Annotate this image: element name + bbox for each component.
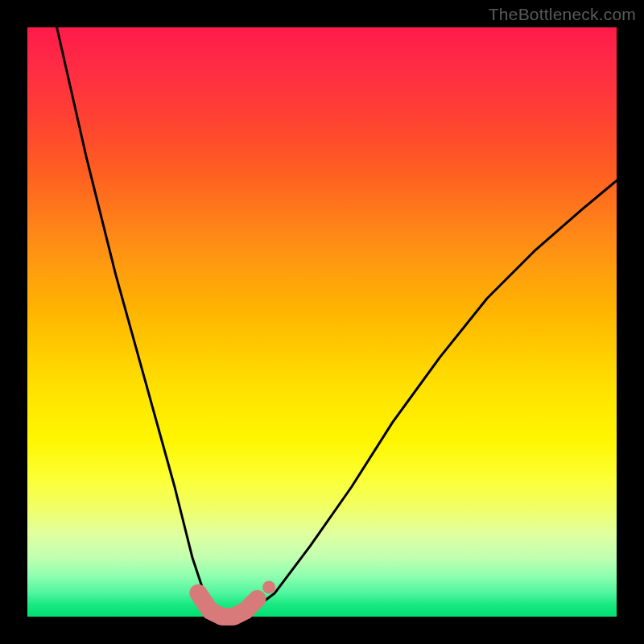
highlight-segment — [198, 593, 257, 617]
watermark-text: TheBottleneck.com — [489, 5, 636, 24]
bottleneck-curve — [57, 27, 617, 617]
plot-area — [27, 27, 617, 617]
highlight-dot — [262, 580, 275, 593]
chart-frame: TheBottleneck.com — [0, 0, 644, 644]
curve-layer — [27, 27, 617, 617]
